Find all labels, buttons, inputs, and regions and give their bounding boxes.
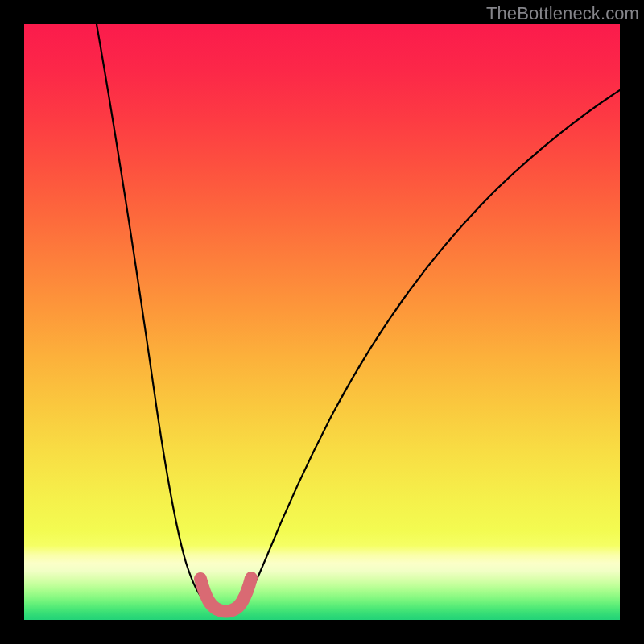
plot-area [24, 24, 620, 620]
watermark-text: TheBottleneck.com [486, 3, 639, 24]
chart-stage: TheBottleneck.com [0, 0, 644, 644]
curve-layer [24, 24, 620, 620]
optimal-marker-curve [200, 578, 251, 612]
bottleneck-curve [97, 24, 620, 611]
